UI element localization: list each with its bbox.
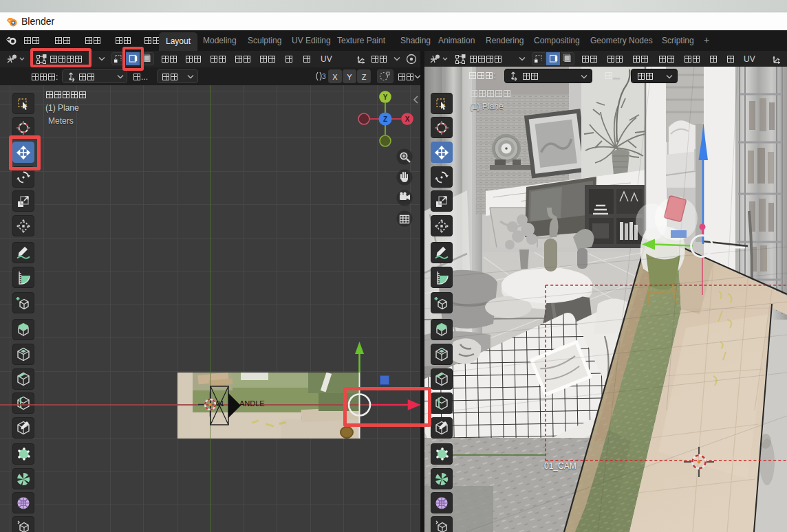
svg-text:X: X xyxy=(405,115,410,123)
svg-text:3: 3 xyxy=(322,73,326,80)
svg-text:ANDLE: ANDLE xyxy=(239,399,265,408)
svg-text:Y: Y xyxy=(383,93,388,101)
svg-text:Z: Z xyxy=(383,115,387,123)
